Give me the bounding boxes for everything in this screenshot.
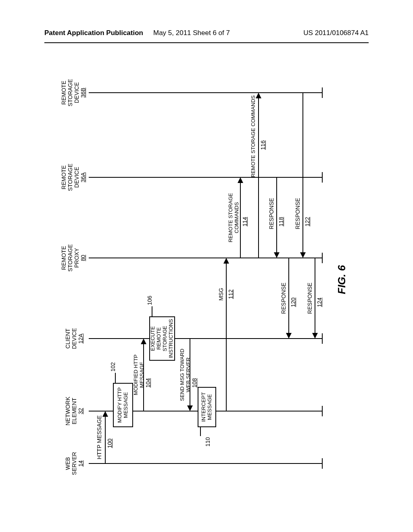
arrow-head bbox=[286, 333, 292, 339]
lane-title: NETWORK ELEMENT bbox=[65, 395, 77, 427]
proc-text: MODIFY HTTP MESSAGE bbox=[117, 384, 129, 426]
msg-text: MODIFIED HTTP MESSAGE bbox=[133, 354, 145, 395]
arrow-head bbox=[223, 258, 229, 264]
proc-intercept-message: INTERCEPT MESSAGE bbox=[198, 387, 216, 427]
lifeline-end bbox=[322, 87, 323, 98]
msg-text: RESPONSE bbox=[280, 283, 287, 314]
lane-ref: 36B bbox=[80, 73, 86, 113]
arrow-remote-storage-cmds-a bbox=[240, 182, 241, 258]
arrow-head bbox=[102, 411, 108, 417]
proc-ref-intercept: 110 bbox=[205, 437, 211, 447]
lifeline-end bbox=[322, 406, 323, 416]
lane-head-network-element: NETWORK ELEMENT 32 bbox=[65, 395, 84, 427]
lane-title: REMOTE STORAGE PROXY bbox=[60, 238, 80, 278]
ref-modified-http-message: 104 bbox=[145, 371, 151, 395]
label-http-message: HTTP MESSAGE bbox=[96, 411, 102, 463]
proc-lead bbox=[200, 427, 201, 436]
msg-ref: 116 bbox=[260, 140, 266, 150]
msg-text: RESPONSE bbox=[294, 198, 301, 229]
msg-ref: 104 bbox=[145, 378, 151, 387]
arrow-response-120 bbox=[288, 258, 289, 334]
msg-ref: 112 bbox=[227, 289, 234, 299]
arrow-head bbox=[274, 252, 280, 258]
ref-send-msg-toward: 108 bbox=[191, 371, 198, 395]
arrow-msg bbox=[226, 263, 227, 411]
lane-title: WEB SERVER bbox=[65, 447, 77, 480]
msg-ref: 124 bbox=[316, 297, 323, 307]
arrow-response-124 bbox=[315, 258, 315, 334]
label-remote-storage-cmds-a: REMOTE STORAGE COMMANDS bbox=[228, 183, 240, 252]
proc-lead bbox=[115, 373, 116, 383]
msg-text: RESPONSE bbox=[268, 198, 275, 229]
label-modified-http-message: MODIFIED HTTP MESSAGE bbox=[133, 343, 145, 407]
lifeline-end bbox=[322, 172, 323, 183]
lane-head-web-server: WEB SERVER 14 bbox=[65, 447, 84, 480]
lifeline-remote-storage-proxy bbox=[89, 258, 323, 258]
arrow-head bbox=[238, 177, 243, 183]
lifeline-end bbox=[322, 333, 323, 344]
ref-msg: 112 bbox=[227, 282, 234, 306]
msg-ref: 114 bbox=[242, 217, 248, 226]
msg-ref: 122 bbox=[304, 217, 311, 226]
header-right: US 2011/0106874 A1 bbox=[303, 29, 369, 37]
ref-remote-storage-cmds-a: 114 bbox=[242, 210, 248, 234]
header-divider bbox=[44, 42, 369, 43]
proc-ref-modify: 102 bbox=[110, 362, 116, 372]
arrow-head bbox=[300, 252, 306, 258]
lane-ref: 12A bbox=[77, 322, 84, 355]
figure-label: FIG. 6 bbox=[336, 265, 348, 294]
lifeline-end bbox=[322, 253, 323, 263]
arrow-remote-storage-cmds-b bbox=[258, 98, 259, 258]
label-response-124: RESPONSE bbox=[307, 274, 313, 322]
lifeline-web-server bbox=[89, 463, 323, 464]
ref-response-124: 124 bbox=[316, 290, 323, 314]
label-msg: MSG bbox=[218, 278, 224, 310]
proc-text: INTERCEPT MESSAGE bbox=[201, 388, 213, 426]
lane-head-remote-storage-b: REMOTE STORAGE DEVICE 36B bbox=[60, 73, 86, 113]
arrow-head bbox=[256, 93, 261, 98]
proc-execute-remote-storage: EXECUTE REMOTE STORAGE INSTRUCTIONS bbox=[149, 316, 175, 361]
msg-ref: 100 bbox=[106, 438, 113, 448]
lane-ref: 36A bbox=[80, 157, 86, 197]
lane-title: CLIENT DEVICE bbox=[65, 322, 77, 355]
lifeline-remote-storage-a bbox=[89, 177, 323, 178]
label-remote-storage-cmds-b: REMOTE STORAGE COMMANDS bbox=[250, 93, 257, 177]
ref-remote-storage-cmds-b: 116 bbox=[260, 133, 266, 157]
proc-lead bbox=[152, 306, 152, 316]
lane-ref: 32 bbox=[77, 395, 84, 427]
ref-response-118: 118 bbox=[278, 210, 284, 234]
ref-http-message: 100 bbox=[106, 431, 113, 455]
arrow-response-122 bbox=[302, 93, 303, 253]
lane-ref: 80 bbox=[80, 238, 86, 278]
ref-response-122: 122 bbox=[304, 210, 311, 234]
msg-text: SEND MSG TOWARD WEB SERVER bbox=[179, 349, 191, 401]
sequence-diagram: WEB SERVER 14 NETWORK ELEMENT 32 CLIENT … bbox=[56, 64, 351, 488]
msg-text: MSG bbox=[218, 288, 224, 301]
arrow-head bbox=[312, 333, 318, 339]
label-response-118: RESPONSE bbox=[268, 189, 275, 238]
lane-head-remote-storage-a: REMOTE STORAGE DEVICE 36A bbox=[60, 157, 86, 197]
msg-ref: 120 bbox=[290, 297, 296, 307]
ref-response-120: 120 bbox=[290, 290, 296, 314]
proc-ref-execute: 106 bbox=[147, 296, 153, 305]
lane-head-remote-storage-proxy: REMOTE STORAGE PROXY 80 bbox=[60, 238, 86, 278]
msg-text: REMOTE STORAGE COMMANDS bbox=[227, 193, 240, 243]
lifeline-remote-storage-b bbox=[89, 92, 323, 93]
label-response-122: RESPONSE bbox=[294, 189, 301, 238]
label-response-120: RESPONSE bbox=[280, 274, 287, 322]
lane-title: REMOTE STORAGE DEVICE bbox=[60, 157, 80, 197]
msg-ref: 118 bbox=[278, 217, 284, 226]
msg-ref: 108 bbox=[191, 378, 198, 387]
lane-ref: 14 bbox=[77, 447, 84, 480]
label-send-msg-toward: SEND MSG TOWARD WEB SERVER bbox=[179, 343, 192, 407]
arrow-http-message bbox=[105, 416, 106, 463]
msg-text: HTTP MESSAGE bbox=[96, 415, 102, 459]
proc-modify-http-message: MODIFY HTTP MESSAGE bbox=[113, 383, 133, 427]
header-center: May 5, 2011 Sheet 6 of 7 bbox=[153, 29, 230, 37]
msg-text: RESPONSE bbox=[307, 283, 313, 314]
lane-head-client-device: CLIENT DEVICE 12A bbox=[65, 322, 84, 355]
lane-title: REMOTE STORAGE DEVICE bbox=[60, 73, 80, 113]
lifeline-end bbox=[322, 458, 323, 469]
proc-text: EXECUTE REMOTE STORAGE INSTRUCTIONS bbox=[150, 317, 174, 360]
msg-text: REMOTE STORAGE COMMANDS bbox=[250, 96, 256, 177]
